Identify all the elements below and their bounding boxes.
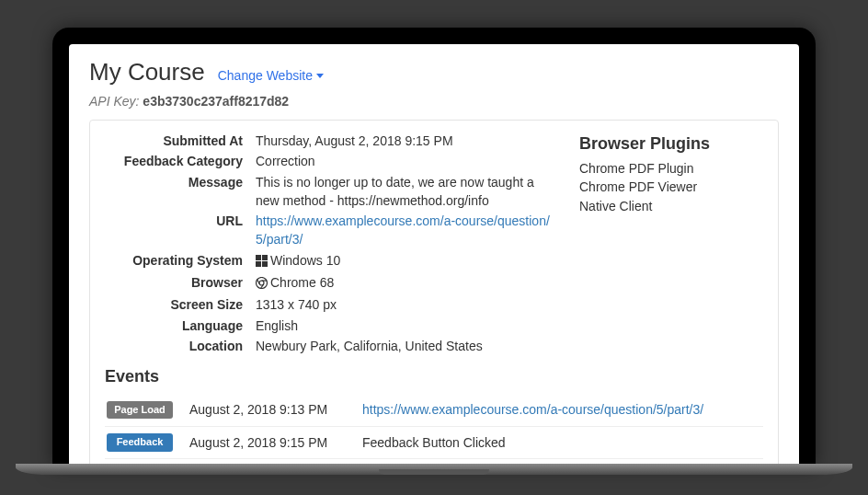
plugin-item: Chrome PDF Plugin — [579, 159, 763, 178]
value-location: Newbury Park, California, United States — [256, 337, 552, 355]
api-key-row: API Key: e3b3730c237aff8217d82 — [89, 92, 779, 110]
event-url-link[interactable]: https://www.examplecourse.com/a-course/q… — [362, 402, 703, 417]
header-row: My Course Change Website — [89, 55, 779, 90]
os-text: Windows 10 — [270, 253, 340, 268]
event-time: August 2, 2018 9:15 PM — [189, 433, 346, 452]
event-row: Page Load August 2, 2018 9:13 PM https:/… — [105, 394, 763, 426]
label-url: URL — [105, 212, 243, 249]
value-submitted-at: Thursday, August 2, 2018 9:15 PM — [256, 132, 552, 150]
svg-rect-3 — [262, 261, 268, 267]
api-key-label: API Key: — [89, 94, 139, 109]
laptop-frame: My Course Change Website API Key: e3b373… — [52, 28, 816, 467]
event-desc: Feedback Button Clicked — [362, 433, 761, 452]
event-desc: https://www.examplecourse.com/a-course/q… — [362, 400, 761, 419]
svg-rect-0 — [256, 255, 261, 260]
details-panel: Submitted At Thursday, August 2, 2018 9:… — [89, 120, 779, 467]
label-screen-size: Screen Size — [105, 295, 243, 314]
api-key-value: e3b3730c237aff8217d82 — [143, 94, 289, 109]
upper-section: Submitted At Thursday, August 2, 2018 9:… — [105, 132, 763, 355]
screen: My Course Change Website API Key: e3b373… — [69, 44, 799, 467]
page-content: My Course Change Website API Key: e3b373… — [69, 44, 799, 467]
value-language: English — [256, 317, 552, 335]
browser-text: Chrome 68 — [270, 275, 334, 290]
event-row: Feedback August 2, 2018 9:15 PM Feedback… — [105, 427, 763, 459]
change-website-link[interactable]: Change Website — [218, 66, 324, 85]
value-url: https://www.examplecourse.com/a-course/q… — [256, 212, 552, 249]
label-feedback-category: Feedback Category — [105, 152, 243, 170]
value-screen-size: 1313 x 740 px — [256, 295, 552, 314]
svg-rect-2 — [256, 261, 261, 267]
label-message: Message — [105, 173, 243, 211]
svg-rect-1 — [262, 255, 268, 260]
value-os: Windows 10 — [256, 251, 552, 271]
chrome-icon — [256, 275, 268, 294]
caret-down-icon — [316, 74, 324, 78]
events-title: Events — [105, 364, 763, 388]
label-language: Language — [105, 317, 243, 335]
value-feedback-category: Correction — [256, 152, 552, 170]
change-website-label: Change Website — [218, 66, 313, 85]
plugins-title: Browser Plugins — [579, 132, 763, 155]
event-badge-page-load: Page Load — [107, 401, 173, 420]
value-message: This is no longer up to date, we are now… — [256, 173, 552, 211]
label-location: Location — [105, 337, 243, 355]
label-browser: Browser — [105, 273, 243, 294]
plugin-item: Native Client — [579, 197, 763, 215]
windows-icon — [256, 253, 268, 271]
page-title: My Course — [89, 55, 205, 90]
label-submitted-at: Submitted At — [105, 132, 243, 150]
event-badge-feedback: Feedback — [107, 433, 173, 452]
value-browser: Chrome 68 — [256, 273, 552, 294]
label-os: Operating System — [105, 251, 243, 271]
laptop-notch — [379, 469, 489, 475]
plugin-item: Chrome PDF Viewer — [579, 178, 763, 196]
url-link[interactable]: https://www.examplecourse.com/a-course/q… — [256, 213, 550, 247]
details-grid: Submitted At Thursday, August 2, 2018 9:… — [105, 132, 552, 355]
plugins-panel: Browser Plugins Chrome PDF Plugin Chrome… — [579, 132, 763, 355]
event-time: August 2, 2018 9:13 PM — [189, 400, 346, 419]
